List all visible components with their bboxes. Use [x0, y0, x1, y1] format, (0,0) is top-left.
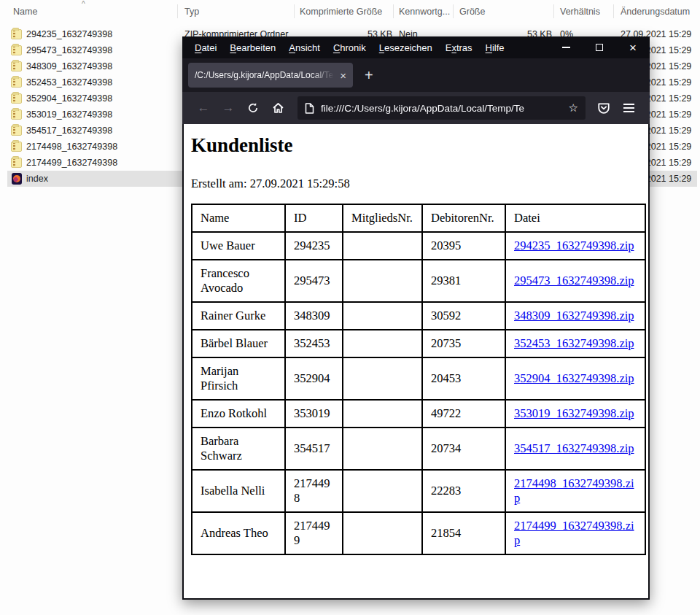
zip-icon	[11, 109, 22, 120]
home-button[interactable]	[265, 97, 290, 119]
cell-debitorennr: 22283	[422, 470, 505, 512]
zip-link[interactable]: 354517_1632749398.zip	[514, 441, 634, 455]
column-header-groesse[interactable]: Größe	[459, 7, 485, 17]
menu-item-chronik[interactable]: Chronik	[327, 40, 373, 55]
cell-mitgliedsnr	[343, 302, 422, 330]
cell-debitorennr: 20734	[422, 428, 505, 470]
file-name: 352904_1632749398	[26, 90, 112, 107]
tab-close-icon[interactable]: ×	[340, 69, 346, 82]
cell-mitgliedsnr	[343, 357, 422, 400]
address-bar[interactable]: file:///C:/Users/g.kijora/AppData/Local/…	[298, 96, 586, 120]
pocket-button[interactable]	[591, 97, 616, 119]
menu-item-extras[interactable]: Extras	[439, 40, 479, 55]
home-icon	[272, 102, 284, 114]
pocket-icon	[597, 102, 610, 115]
zip-link[interactable]: 2174498_1632749398.zip	[514, 476, 634, 505]
zip-link[interactable]: 352904_1632749398.zip	[514, 371, 634, 385]
maximize-button[interactable]	[583, 36, 616, 58]
back-button[interactable]: ←	[191, 97, 216, 119]
cell-id: 2174498	[285, 470, 343, 512]
column-header: ID	[285, 204, 343, 232]
tab-title: /C:/Users/g.kijora/AppData/Local/Te	[195, 70, 337, 80]
zip-link[interactable]: 295473_1632749398.zip	[514, 274, 634, 287]
cell-name: Barbara Schwarz	[192, 428, 285, 470]
zip-link[interactable]: 348309_1632749398.zip	[514, 309, 634, 322]
cell-name: Marijan Pfirsich	[192, 357, 285, 400]
menu-item-ansicht[interactable]: Ansicht	[282, 40, 327, 55]
tab-bar: /C:/Users/g.kijora/AppData/Local/Te × +	[182, 58, 650, 92]
url-text: file:///C:/Users/g.kijora/AppData/Local/…	[321, 103, 562, 114]
app-menu-button[interactable]	[616, 97, 641, 119]
cell-datei: 354517_1632749398.zip	[505, 428, 645, 470]
cell-id: 295473	[285, 260, 343, 302]
firefox-window: DateiBearbeitenAnsichtChronikLesezeichen…	[182, 36, 650, 600]
cell-debitorennr: 20735	[422, 330, 505, 357]
cell-datei: 295473_1632749398.zip	[505, 260, 645, 302]
menu-item-datei[interactable]: Datei	[188, 40, 223, 55]
zip-icon	[11, 45, 22, 55]
reload-button[interactable]	[241, 97, 265, 119]
cell-datei: 2174498_1632749398.zip	[505, 470, 645, 512]
cell-mitgliedsnr	[343, 330, 422, 357]
cell-name: Enzo Rotkohl	[192, 400, 285, 428]
table-row: Marijan Pfirsich35290420453352904_163274…	[192, 357, 645, 400]
column-header: Name	[192, 204, 285, 232]
close-button[interactable]: ×	[616, 36, 650, 58]
cell-mitgliedsnr	[343, 470, 422, 512]
cell-mitgliedsnr	[343, 428, 422, 470]
zip-icon	[11, 93, 22, 104]
table-row: Rainer Gurke34830930592348309_1632749398…	[192, 302, 645, 330]
cell-debitorennr: 20395	[422, 232, 505, 260]
cell-datei: 2174499_1632749398.zip	[505, 512, 645, 554]
cell-id: 2174499	[285, 512, 343, 554]
column-header-typ[interactable]: Typ	[184, 7, 199, 17]
zip-link[interactable]: 2174499_1632749398.zip	[514, 519, 634, 547]
created-timestamp: Erstellt am: 27.09.2021 15:29:58	[191, 177, 641, 191]
column-header: MitgliedsNr.	[343, 204, 422, 232]
menu-bar: DateiBearbeitenAnsichtChronikLesezeichen…	[182, 36, 650, 58]
zip-icon	[11, 125, 22, 136]
table-row: Andreas Theo2174499218542174499_16327493…	[192, 512, 645, 554]
menu-item-hilfe[interactable]: Hilfe	[479, 40, 511, 55]
zip-icon	[11, 77, 22, 88]
cell-name: Bärbel Blauer	[192, 330, 285, 357]
window-controls: ×	[549, 36, 650, 58]
cell-debitorennr: 30592	[422, 302, 505, 330]
zip-icon	[11, 29, 22, 39]
menu-item-bearbeiten[interactable]: Bearbeiten	[223, 40, 282, 55]
cell-mitgliedsnr	[343, 260, 422, 302]
column-header-komprimierte-groesse[interactable]: Komprimierte Größe	[300, 7, 382, 17]
cell-id: 348309	[285, 302, 343, 330]
file-name: 348309_1632749398	[26, 58, 112, 74]
reload-icon	[247, 102, 259, 114]
table-row: Uwe Bauer29423520395294235_1632749398.zi…	[192, 232, 645, 260]
column-header: DebitorenNr.	[422, 204, 505, 232]
cell-datei: 348309_1632749398.zip	[505, 302, 645, 330]
file-name: 2174499_1632749398	[26, 155, 117, 171]
customer-table: NameIDMitgliedsNr.DebitorenNr.Datei Uwe …	[191, 204, 646, 555]
page-title: Kundenliste	[191, 134, 641, 157]
hamburger-icon	[623, 104, 634, 112]
menu-item-lesezeichen[interactable]: Lesezeichen	[373, 40, 439, 55]
browser-tab[interactable]: /C:/Users/g.kijora/AppData/Local/Te ×	[188, 63, 353, 88]
cell-mitgliedsnr	[343, 400, 422, 428]
bookmark-star-icon[interactable]: ☆	[569, 101, 578, 115]
column-header-aenderungsdatum[interactable]: Änderungsdatum	[621, 7, 690, 17]
column-header-name[interactable]: Name	[13, 7, 37, 17]
zip-link[interactable]: 294235_1632749398.zip	[514, 239, 634, 252]
table-row: Enzo Rotkohl35301949722353019_1632749398…	[192, 400, 645, 428]
file-name: 353019_1632749398	[26, 107, 112, 123]
new-tab-button[interactable]: +	[365, 67, 373, 84]
cell-datei: 353019_1632749398.zip	[505, 400, 645, 428]
file-name: 294235_1632749398	[26, 26, 112, 42]
forward-button[interactable]: →	[216, 97, 241, 119]
zip-link[interactable]: 353019_1632749398.zip	[514, 406, 634, 420]
column-header-verhaeltnis[interactable]: Verhältnis	[560, 7, 600, 17]
cell-datei: 352904_1632749398.zip	[505, 357, 645, 400]
minimize-button[interactable]	[549, 36, 583, 58]
sort-ascending-icon: ^	[82, 0, 85, 8]
zip-icon	[11, 158, 22, 168]
file-name: 2174498_1632749398	[26, 139, 117, 155]
zip-link[interactable]: 352453_1632749398.zip	[514, 336, 634, 350]
column-header-kennwortgeschuetzt[interactable]: Kennwortg...	[399, 7, 450, 17]
